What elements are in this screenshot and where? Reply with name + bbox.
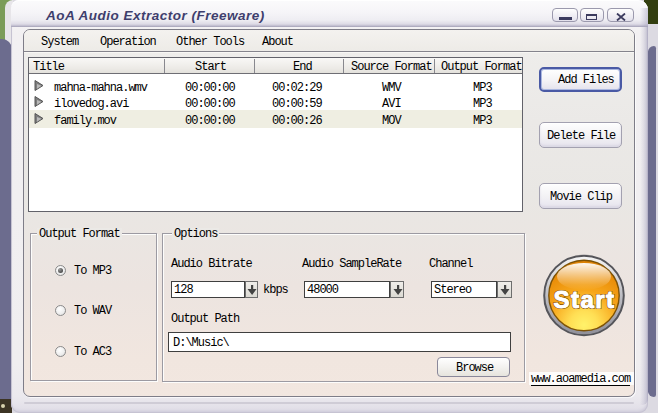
svg-text:Start: Start (553, 286, 615, 313)
